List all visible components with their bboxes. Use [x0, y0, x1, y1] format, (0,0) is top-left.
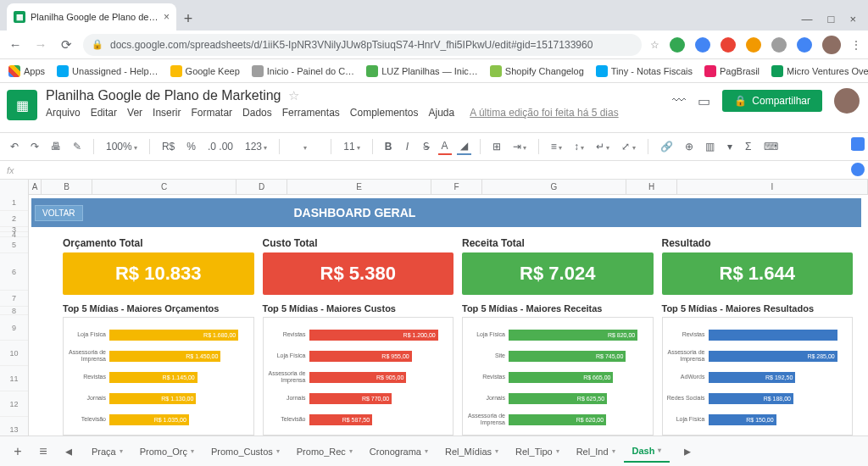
wrap-icon[interactable]: ↵	[593, 139, 613, 154]
share-button[interactable]: 🔒Compartilhar	[722, 90, 822, 112]
more-formats-btn[interactable]: 123	[242, 139, 270, 154]
extension-icon[interactable]	[670, 37, 685, 53]
row-header[interactable]: 7	[0, 291, 28, 307]
sheet-tab[interactable]: Rel_Tipo▾	[507, 441, 568, 463]
valign-icon[interactable]: ↕	[570, 139, 587, 154]
extension-icon[interactable]	[746, 37, 761, 53]
col-header[interactable]: E	[287, 180, 431, 194]
chevron-down-icon[interactable]: ▾	[658, 447, 661, 454]
bookmark-item[interactable]: Google Keep	[170, 65, 240, 77]
print-icon[interactable]: 🖶	[47, 139, 64, 154]
activity-icon[interactable]: 〰	[672, 93, 686, 108]
extension-icon[interactable]	[721, 37, 736, 53]
menu-arquivo[interactable]: Arquivo	[46, 107, 81, 119]
menu-editar[interactable]: Editar	[91, 107, 117, 119]
sheet-tab[interactable]: Cronograma▾	[361, 441, 437, 463]
close-window-icon[interactable]: ×	[849, 13, 856, 25]
bookmark-item[interactable]: LUZ Planilhas — Inic…	[366, 65, 478, 77]
bold-icon[interactable]: B	[381, 139, 396, 154]
row-header[interactable]: 8	[0, 307, 28, 315]
col-header[interactable]: H	[626, 180, 677, 194]
address-bar[interactable]: 🔒 docs.google.com/spreadsheets/d/1iiK5-I…	[83, 34, 642, 56]
sheet-tab[interactable]: Rel_Mídias▾	[437, 441, 507, 463]
scroll-right-icon[interactable]: ▸	[676, 443, 698, 459]
close-tab-icon[interactable]: ×	[164, 11, 170, 23]
menu-inserir[interactable]: Inserir	[153, 107, 181, 119]
col-header[interactable]: G	[482, 180, 626, 194]
maximize-icon[interactable]: □	[828, 13, 835, 25]
sheet-tab[interactable]: Dash▾	[624, 441, 670, 463]
keep-icon[interactable]	[851, 163, 865, 176]
apps-bookmark[interactable]: Apps	[8, 65, 45, 77]
chart-icon[interactable]: ▥	[702, 139, 718, 154]
row-header[interactable]: 12	[0, 391, 28, 417]
row-header[interactable]: 11	[0, 366, 28, 391]
paint-format-icon[interactable]: ✎	[70, 139, 85, 154]
sheet-content[interactable]: VOLTAR DASHBOARD GERAL Orçamento TotalR$…	[29, 180, 868, 442]
menu-dados[interactable]: Dados	[242, 107, 272, 119]
bookmark-item[interactable]: Micro Ventures Over…	[771, 65, 868, 77]
forward-icon[interactable]: →	[32, 37, 49, 52]
doc-title[interactable]: Planilha Google de Plano de Marketing	[46, 88, 281, 103]
filter-icon[interactable]: ▾	[723, 139, 737, 154]
chevron-down-icon[interactable]: ▾	[612, 447, 615, 455]
extension-icon[interactable]	[797, 37, 812, 53]
zoom-select[interactable]: 100%	[103, 139, 141, 154]
minimize-icon[interactable]: —	[802, 13, 813, 25]
chevron-down-icon[interactable]: ▾	[191, 447, 194, 455]
bookmark-item[interactable]: Inicio - Painel do C…	[252, 65, 354, 77]
bookmark-item[interactable]: Tiny - Notas Fiscais	[596, 65, 693, 77]
sheet-tab[interactable]: Promo_Custos▾	[203, 441, 288, 463]
row-header[interactable]: 9	[0, 315, 28, 341]
menu-ajuda[interactable]: Ajuda	[429, 107, 455, 119]
font-size-select[interactable]: 11	[340, 139, 364, 154]
menu-ferramentas[interactable]: Ferramentas	[282, 107, 340, 119]
add-sheet-button[interactable]: +	[7, 444, 29, 459]
chevron-down-icon[interactable]: ▾	[349, 447, 353, 455]
comment-icon[interactable]: ⊕	[682, 139, 697, 154]
new-tab-button[interactable]: +	[176, 7, 200, 31]
text-color-icon[interactable]: A	[438, 138, 452, 155]
star-icon[interactable]: ☆	[650, 39, 659, 51]
chevron-down-icon[interactable]: ▾	[556, 447, 559, 455]
merge-icon[interactable]: ⇥	[509, 139, 530, 154]
row-header[interactable]: 5	[0, 237, 28, 253]
decimals-btn[interactable]: .0 .00	[204, 139, 236, 154]
menu-ver[interactable]: Ver	[127, 107, 142, 119]
row-header[interactable]: 6	[0, 253, 28, 291]
formula-bar[interactable]: fx	[0, 161, 868, 180]
row-header[interactable]: 10	[0, 341, 28, 366]
bookmark-item[interactable]: Shopify Changelog	[490, 65, 584, 77]
col-header[interactable]: I	[677, 180, 868, 194]
menu-complementos[interactable]: Complementos	[350, 107, 419, 119]
percent-btn[interactable]: %	[183, 139, 199, 154]
font-select[interactable]	[288, 139, 322, 154]
fill-color-icon[interactable]: ◢	[457, 138, 471, 155]
row-header[interactable]: 1	[0, 195, 28, 211]
last-edit-text[interactable]: A última edição foi feita há 5 dias	[470, 107, 618, 119]
browser-tab[interactable]: ▦ Planilha Google de Plano de M… ×	[7, 3, 176, 31]
rotate-icon[interactable]: ⤢	[618, 139, 638, 154]
calendar-icon[interactable]	[851, 137, 865, 151]
chrome-menu-icon[interactable]: ⋮	[851, 39, 861, 51]
currency-btn[interactable]: R$	[159, 139, 178, 154]
reload-icon[interactable]: ⟳	[58, 37, 75, 53]
all-sheets-icon[interactable]: ≡	[32, 444, 54, 459]
col-header[interactable]: D	[236, 180, 287, 194]
link-icon[interactable]: 🔗	[657, 139, 676, 154]
strike-icon[interactable]: S̶	[420, 139, 433, 154]
italic-icon[interactable]: I	[401, 139, 415, 154]
halign-icon[interactable]: ≡	[548, 139, 565, 154]
star-icon[interactable]: ☆	[288, 88, 299, 103]
keyboard-icon[interactable]: ⌨	[760, 139, 782, 154]
redo-icon[interactable]: ↷	[27, 139, 42, 154]
bookmark-item[interactable]: Unassigned - Help…	[57, 65, 159, 77]
undo-icon[interactable]: ↶	[7, 139, 22, 154]
sheet-tab[interactable]: Rel_Ind▾	[568, 441, 624, 463]
chevron-down-icon[interactable]: ▾	[495, 447, 498, 455]
col-header[interactable]: F	[431, 180, 482, 194]
account-avatar[interactable]	[834, 88, 860, 114]
col-header[interactable]: B	[42, 180, 92, 194]
borders-icon[interactable]: ⊞	[489, 139, 504, 154]
sheet-tab[interactable]: Promo_Orç▾	[131, 441, 203, 463]
